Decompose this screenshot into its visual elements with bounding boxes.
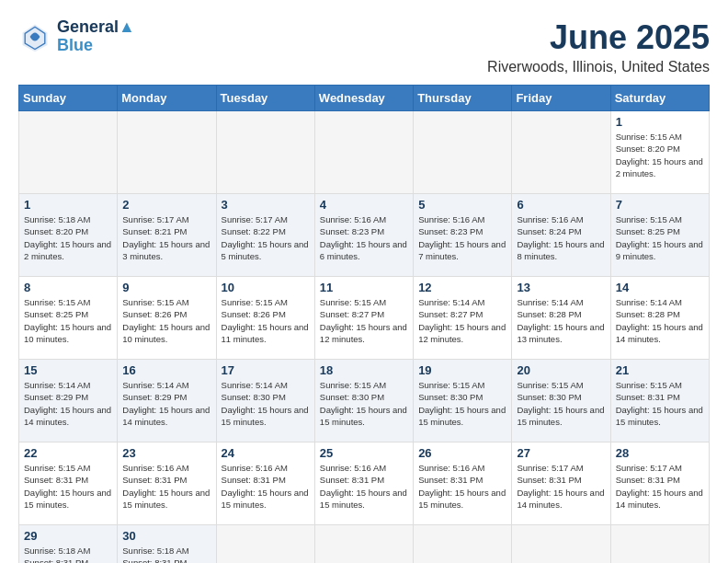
calendar-cell: 2Sunrise: 5:17 AMSunset: 8:21 PMDaylight… <box>118 194 216 277</box>
day-number: 21 <box>616 363 704 377</box>
day-info: Sunrise: 5:14 AMSunset: 8:30 PMDaylight:… <box>222 379 310 428</box>
header: General▲ Blue June 2025 Riverwoods, Illi… <box>18 18 710 75</box>
calendar-cell: 1Sunrise: 5:15 AMSunset: 8:20 PMDaylight… <box>610 111 709 194</box>
day-info: Sunrise: 5:14 AMSunset: 8:28 PMDaylight:… <box>616 296 704 345</box>
day-number: 12 <box>418 281 506 294</box>
calendar-cell: 15Sunrise: 5:14 AMSunset: 8:29 PMDayligh… <box>19 360 118 442</box>
title-area: June 2025 Riverwoods, Illinois, United S… <box>487 18 710 75</box>
calendar-cell: 20Sunrise: 5:15 AMSunset: 8:30 PMDayligh… <box>512 360 610 442</box>
weekday-header: Saturday <box>610 86 709 111</box>
calendar-cell: 21Sunrise: 5:15 AMSunset: 8:31 PMDayligh… <box>610 360 709 442</box>
day-number: 28 <box>616 446 704 460</box>
day-info: Sunrise: 5:15 AMSunset: 8:31 PMDaylight:… <box>24 462 112 511</box>
day-number: 20 <box>517 363 605 377</box>
weekday-header: Wednesday <box>314 86 413 111</box>
calendar-cell: 18Sunrise: 5:15 AMSunset: 8:30 PMDayligh… <box>314 360 413 442</box>
calendar-week-row: 8Sunrise: 5:15 AMSunset: 8:25 PMDaylight… <box>19 277 710 360</box>
calendar-cell: 8Sunrise: 5:15 AMSunset: 8:25 PMDaylight… <box>19 277 118 360</box>
day-number: 15 <box>24 363 112 377</box>
day-info: Sunrise: 5:17 AMSunset: 8:31 PMDaylight:… <box>517 462 605 511</box>
day-number: 6 <box>517 198 605 212</box>
day-info: Sunrise: 5:15 AMSunset: 8:20 PMDaylight:… <box>616 131 704 179</box>
calendar-cell <box>216 111 314 194</box>
day-number: 9 <box>122 281 210 294</box>
day-number: 8 <box>24 281 112 294</box>
calendar-cell: 10Sunrise: 5:15 AMSunset: 8:26 PMDayligh… <box>216 277 314 360</box>
calendar-cell: 24Sunrise: 5:16 AMSunset: 8:31 PMDayligh… <box>216 442 314 525</box>
calendar-cell <box>314 525 413 564</box>
calendar-cell: 4Sunrise: 5:16 AMSunset: 8:23 PMDaylight… <box>314 194 413 277</box>
day-info: Sunrise: 5:15 AMSunset: 8:26 PMDaylight:… <box>122 296 210 345</box>
calendar-cell: 9Sunrise: 5:15 AMSunset: 8:26 PMDaylight… <box>118 277 216 360</box>
day-info: Sunrise: 5:15 AMSunset: 8:25 PMDaylight:… <box>24 296 112 345</box>
day-number: 10 <box>222 281 310 294</box>
calendar: SundayMondayTuesdayWednesdayThursdayFrid… <box>18 85 710 563</box>
day-number: 19 <box>418 363 506 377</box>
logo-text: General▲ Blue <box>57 18 135 55</box>
day-info: Sunrise: 5:15 AMSunset: 8:25 PMDaylight:… <box>616 213 704 262</box>
day-number: 22 <box>24 446 112 460</box>
calendar-week-row: 1Sunrise: 5:18 AMSunset: 8:20 PMDaylight… <box>19 194 710 277</box>
calendar-cell: 3Sunrise: 5:17 AMSunset: 8:22 PMDaylight… <box>216 194 314 277</box>
day-info: Sunrise: 5:18 AMSunset: 8:31 PMDaylight:… <box>122 545 210 563</box>
month-title: June 2025 <box>487 18 710 57</box>
day-info: Sunrise: 5:14 AMSunset: 8:27 PMDaylight:… <box>418 296 506 345</box>
weekday-header: Friday <box>512 86 610 111</box>
day-number: 11 <box>320 281 408 294</box>
day-info: Sunrise: 5:15 AMSunset: 8:26 PMDaylight:… <box>222 296 310 345</box>
calendar-week-row: 15Sunrise: 5:14 AMSunset: 8:29 PMDayligh… <box>19 360 710 442</box>
calendar-cell <box>512 525 610 564</box>
day-number: 16 <box>122 363 210 377</box>
day-info: Sunrise: 5:15 AMSunset: 8:30 PMDaylight:… <box>418 379 506 428</box>
day-info: Sunrise: 5:17 AMSunset: 8:21 PMDaylight:… <box>122 213 210 262</box>
calendar-cell <box>414 525 512 564</box>
calendar-header-row: SundayMondayTuesdayWednesdayThursdayFrid… <box>19 86 710 111</box>
day-number: 24 <box>222 446 310 460</box>
day-number: 25 <box>320 446 408 460</box>
day-number: 29 <box>24 529 112 543</box>
day-number: 27 <box>517 446 605 460</box>
day-info: Sunrise: 5:17 AMSunset: 8:31 PMDaylight:… <box>616 462 704 511</box>
day-number: 2 <box>122 198 210 212</box>
day-info: Sunrise: 5:16 AMSunset: 8:31 PMDaylight:… <box>222 462 310 511</box>
calendar-cell: 14Sunrise: 5:14 AMSunset: 8:28 PMDayligh… <box>610 277 709 360</box>
day-info: Sunrise: 5:16 AMSunset: 8:23 PMDaylight:… <box>418 213 506 262</box>
day-number: 3 <box>222 198 310 212</box>
calendar-week-row: 29Sunrise: 5:18 AMSunset: 8:31 PMDayligh… <box>19 525 710 564</box>
weekday-header: Sunday <box>19 86 118 111</box>
day-info: Sunrise: 5:14 AMSunset: 8:29 PMDaylight:… <box>24 379 112 428</box>
calendar-cell: 22Sunrise: 5:15 AMSunset: 8:31 PMDayligh… <box>19 442 118 525</box>
day-info: Sunrise: 5:15 AMSunset: 8:27 PMDaylight:… <box>320 296 408 345</box>
day-number: 5 <box>418 198 506 212</box>
day-info: Sunrise: 5:16 AMSunset: 8:31 PMDaylight:… <box>122 462 210 511</box>
day-info: Sunrise: 5:15 AMSunset: 8:30 PMDaylight:… <box>320 379 408 428</box>
calendar-cell: 11Sunrise: 5:15 AMSunset: 8:27 PMDayligh… <box>314 277 413 360</box>
day-info: Sunrise: 5:15 AMSunset: 8:30 PMDaylight:… <box>517 379 605 428</box>
calendar-cell <box>512 111 610 194</box>
day-info: Sunrise: 5:17 AMSunset: 8:22 PMDaylight:… <box>222 213 310 262</box>
calendar-cell: 28Sunrise: 5:17 AMSunset: 8:31 PMDayligh… <box>610 442 709 525</box>
weekday-header: Tuesday <box>216 86 314 111</box>
day-number: 18 <box>320 363 408 377</box>
day-info: Sunrise: 5:16 AMSunset: 8:23 PMDaylight:… <box>320 213 408 262</box>
calendar-cell: 16Sunrise: 5:14 AMSunset: 8:29 PMDayligh… <box>118 360 216 442</box>
day-info: Sunrise: 5:14 AMSunset: 8:29 PMDaylight:… <box>122 379 210 428</box>
day-number: 26 <box>418 446 506 460</box>
weekday-header: Monday <box>118 86 216 111</box>
calendar-cell: 25Sunrise: 5:16 AMSunset: 8:31 PMDayligh… <box>314 442 413 525</box>
calendar-cell: 29Sunrise: 5:18 AMSunset: 8:31 PMDayligh… <box>19 525 118 564</box>
calendar-cell: 27Sunrise: 5:17 AMSunset: 8:31 PMDayligh… <box>512 442 610 525</box>
calendar-cell: 13Sunrise: 5:14 AMSunset: 8:28 PMDayligh… <box>512 277 610 360</box>
day-number: 4 <box>320 198 408 212</box>
day-info: Sunrise: 5:14 AMSunset: 8:28 PMDaylight:… <box>517 296 605 345</box>
calendar-cell: 23Sunrise: 5:16 AMSunset: 8:31 PMDayligh… <box>118 442 216 525</box>
calendar-cell <box>19 111 118 194</box>
day-number: 23 <box>122 446 210 460</box>
day-info: Sunrise: 5:18 AMSunset: 8:31 PMDaylight:… <box>24 545 112 563</box>
day-info: Sunrise: 5:16 AMSunset: 8:31 PMDaylight:… <box>418 462 506 511</box>
day-info: Sunrise: 5:15 AMSunset: 8:31 PMDaylight:… <box>616 379 704 428</box>
calendar-cell: 5Sunrise: 5:16 AMSunset: 8:23 PMDaylight… <box>414 194 512 277</box>
day-number: 1 <box>616 115 704 129</box>
calendar-cell: 1Sunrise: 5:18 AMSunset: 8:20 PMDaylight… <box>19 194 118 277</box>
calendar-cell: 26Sunrise: 5:16 AMSunset: 8:31 PMDayligh… <box>414 442 512 525</box>
